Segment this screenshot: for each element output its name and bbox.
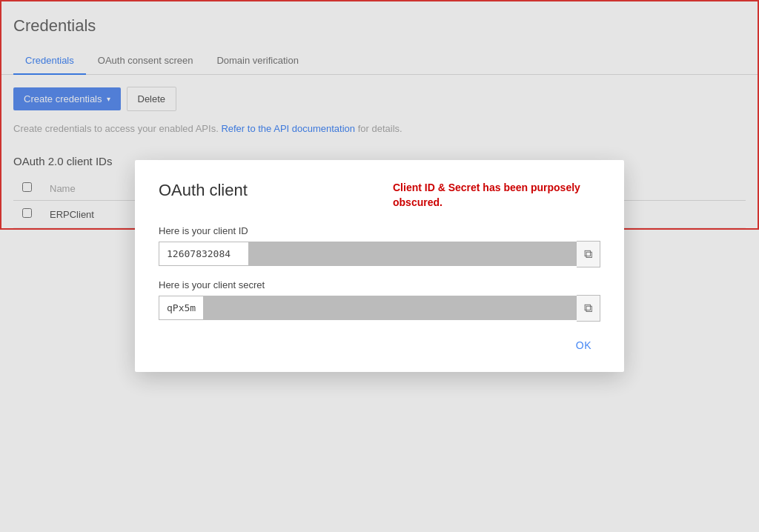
modal-header: OAuth client Client ID & Secret has been…: [159, 181, 600, 210]
modal-overlay: OAuth client Client ID & Secret has been…: [0, 0, 759, 230]
oauth-client-modal: OAuth client Client ID & Secret has been…: [135, 160, 624, 230]
client-id-label: Here is your client ID: [159, 225, 600, 230]
modal-title: OAuth client: [159, 181, 248, 200]
modal-warning: Client ID & Secret has been purposely ob…: [393, 181, 600, 210]
